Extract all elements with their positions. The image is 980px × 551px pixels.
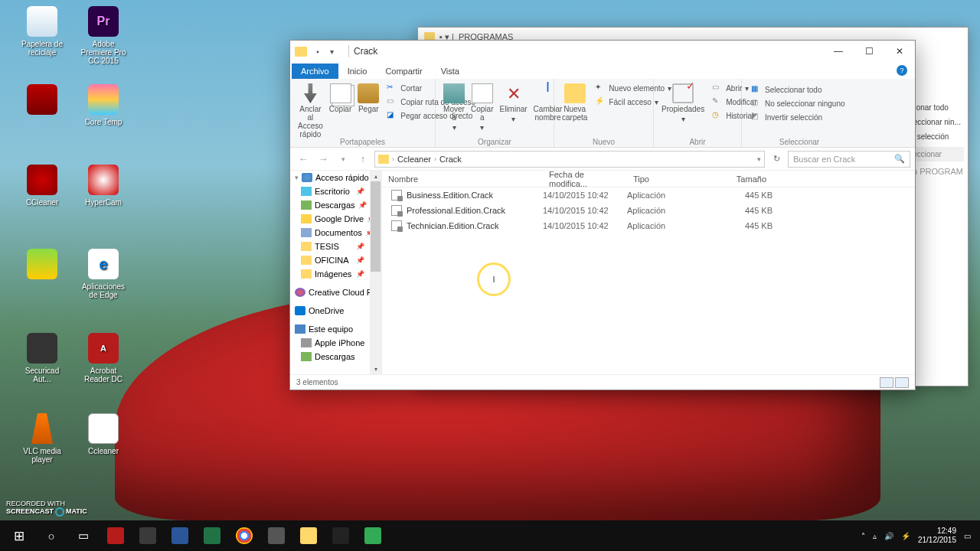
desktop-icon-unknown-red[interactable]	[15, 84, 69, 118]
start-button[interactable]: ⊞	[3, 522, 35, 549]
copy-to-button[interactable]: Copiar a▾	[468, 80, 496, 132]
taskbar-excel[interactable]	[196, 522, 228, 549]
up-button[interactable]: ↑	[354, 151, 371, 168]
move-icon	[443, 83, 465, 103]
taskbar-app[interactable]	[357, 522, 389, 549]
new-folder-button[interactable]: Nueva carpeta	[559, 80, 590, 122]
scrollbar-thumb[interactable]	[371, 180, 381, 272]
recent-dropdown[interactable]: ▾	[335, 151, 351, 168]
tab-vista[interactable]: Vista	[432, 64, 469, 79]
nav-downloads[interactable]: Descargas📌	[290, 198, 381, 212]
file-row[interactable]: Technician.Edition.Crack14/10/2015 10:42…	[382, 218, 915, 233]
tray-network-icon[interactable]: ▵	[873, 532, 877, 540]
tab-archivo[interactable]: Archivo	[292, 64, 338, 79]
taskbar-app[interactable]	[325, 522, 357, 549]
taskbar-taskview[interactable]: ▭	[67, 522, 100, 549]
tray-clock[interactable]: 12:49 21/12/2015	[918, 527, 956, 545]
maximize-button[interactable]: ☐	[854, 41, 884, 62]
recycle-bin-icon	[27, 6, 57, 37]
taskbar-app[interactable]	[100, 522, 132, 549]
desktop-icon-acrobat[interactable]: AAcrobat Reader DC	[77, 333, 130, 383]
taskbar-app[interactable]	[132, 522, 164, 549]
cursor-highlight: I	[477, 262, 511, 296]
move-to-button[interactable]: Mover a▾	[440, 80, 468, 132]
history-icon: ◷	[712, 110, 723, 121]
desktop-icon-parrot[interactable]	[15, 249, 69, 282]
desktop-icon-premiere[interactable]: PrAdobe Premiere Pro CC 2015	[77, 6, 130, 65]
tray-power-icon[interactable]: ⚡	[901, 532, 910, 540]
new-folder-icon	[564, 83, 586, 103]
col-date[interactable]: Fecha de modifica...	[543, 171, 627, 188]
pin-icon	[299, 83, 321, 103]
desktop-icon-autocad[interactable]: Securicad Aut...	[15, 333, 69, 383]
nav-documents[interactable]: Documentos📌	[290, 226, 381, 240]
nav-iphone[interactable]: Apple iPhone	[290, 336, 381, 350]
copy-button[interactable]: Copiar	[326, 80, 354, 139]
file-list[interactable]: Business.Edition.Crack14/10/2015 10:42Ap…	[382, 187, 915, 374]
taskbar-explorer[interactable]	[292, 522, 325, 549]
tray-notifications-icon[interactable]: ▭	[964, 532, 971, 540]
delete-button[interactable]: ✕Eliminar▾	[496, 80, 530, 132]
downloads-icon	[301, 352, 312, 361]
onedrive-icon	[295, 306, 305, 315]
documents-icon	[301, 228, 312, 237]
desktop-icon-recycle-bin[interactable]: Papelera de reciclaje	[15, 6, 69, 57]
col-name[interactable]: Nombre	[382, 174, 543, 184]
nav-this-pc[interactable]: Este equipo	[290, 322, 381, 336]
titlebar[interactable]: ▪ ▾ Crack — ☐ ✕	[290, 41, 915, 62]
view-large-button[interactable]	[895, 377, 909, 388]
desktop-icon-ccleaner[interactable]: CCleaner	[15, 165, 69, 207]
paste-button[interactable]: Pegar	[354, 80, 382, 139]
nav-quick-access[interactable]: ▾Acceso rápido	[290, 171, 381, 184]
desktop-icon	[301, 187, 312, 196]
qat-dropdown[interactable]: ▾	[325, 45, 338, 57]
nav-oficina[interactable]: OFICINA📌	[290, 253, 381, 267]
nav-images[interactable]: Imágenes📌	[290, 267, 381, 281]
qat-item[interactable]: ▪	[312, 45, 324, 57]
properties-button[interactable]: Propiedades▾	[658, 80, 707, 123]
back-button[interactable]: ←	[295, 151, 312, 168]
tray-chevron-icon[interactable]: ˄	[861, 532, 865, 540]
desktop-icon-vlc[interactable]: VLC media player	[15, 413, 69, 464]
breadcrumb-crack[interactable]: Crack	[439, 155, 462, 164]
select-none-button[interactable]: ▢No seleccionar ninguno	[750, 97, 849, 109]
desktop-icon-hypercam[interactable]: HyperCam	[77, 165, 130, 207]
minimize-button[interactable]: —	[823, 41, 854, 62]
close-button[interactable]: ✕	[884, 41, 915, 62]
tray-volume-icon[interactable]: 🔊	[884, 532, 893, 540]
refresh-button[interactable]: ↻	[768, 154, 785, 164]
exe-icon	[391, 205, 402, 216]
nav-downloads-pc[interactable]: Descargas	[290, 350, 381, 364]
tab-inicio[interactable]: Inicio	[338, 64, 377, 79]
forward-button[interactable]: →	[315, 151, 332, 168]
nav-desktop[interactable]: Escritorio📌	[290, 184, 381, 198]
pin-quick-access-button[interactable]: Anclar al Acceso rápido	[295, 80, 326, 139]
breadcrumb-ccleaner[interactable]: Ccleaner	[397, 155, 431, 164]
taskbar-calculator[interactable]	[260, 522, 292, 549]
file-row[interactable]: Business.Edition.Crack14/10/2015 10:42Ap…	[382, 187, 915, 203]
taskbar-search[interactable]: ○	[35, 522, 67, 549]
desktop-icon-edge[interactable]: eAplicaciones de Edge	[77, 249, 130, 299]
select-all-button[interactable]: ▦Seleccionar todo	[750, 83, 849, 96]
breadcrumb-dropdown[interactable]: ▾	[757, 155, 761, 163]
invert-selection-button[interactable]: ◩Invertir selección	[750, 111, 849, 123]
tab-compartir[interactable]: Compartir	[376, 64, 431, 79]
nav-creative-cloud[interactable]: Creative Cloud Fil...	[290, 285, 381, 299]
nav-tesis[interactable]: TESIS📌	[290, 240, 381, 253]
desktop-icon-ccleaner-file[interactable]: Ccleaner	[77, 413, 130, 455]
breadcrumb[interactable]: › Ccleaner › Crack ▾	[374, 151, 765, 168]
nav-gdrive[interactable]: Google Drive📌	[290, 212, 381, 226]
taskbar-chrome[interactable]	[228, 522, 260, 549]
file-row[interactable]: Professional.Edition.Crack14/10/2015 10:…	[382, 203, 915, 218]
taskbar-word[interactable]	[164, 522, 196, 549]
phone-icon	[301, 338, 312, 347]
scroll-down[interactable]: ▾	[370, 364, 381, 374]
nav-onedrive[interactable]: OneDrive	[290, 304, 381, 318]
desktop-icon-coretemp[interactable]: Core Temp	[77, 84, 130, 126]
help-icon[interactable]: ?	[897, 65, 907, 76]
view-details-button[interactable]	[880, 377, 893, 388]
col-size[interactable]: Tamaño	[704, 174, 773, 184]
search-box[interactable]: Buscar en Crack🔍	[788, 151, 910, 168]
col-type[interactable]: Tipo	[627, 174, 704, 184]
scroll-up[interactable]: ▴	[370, 171, 381, 181]
